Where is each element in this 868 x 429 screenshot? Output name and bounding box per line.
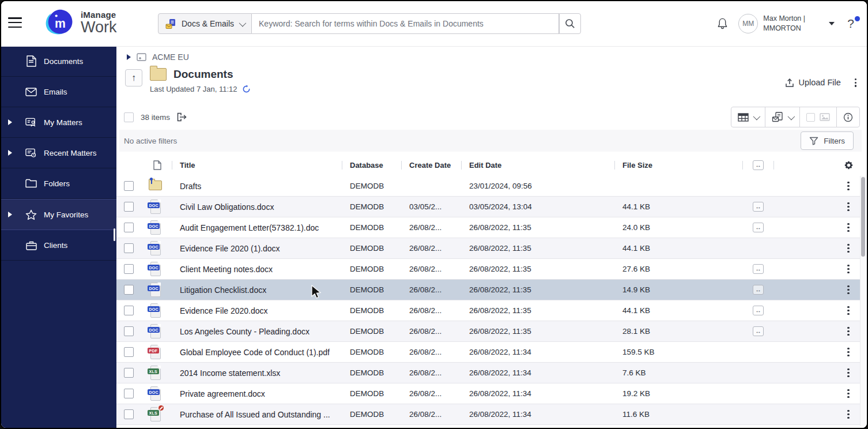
table-row[interactable]: DOCLitigation Checklist.docxDEMODB26/08/… — [116, 280, 861, 300]
table-row[interactable]: XLSPurchase of All Issued and Outstandin… — [116, 404, 861, 425]
row-checkbox[interactable] — [124, 264, 134, 274]
imanage-logo-icon: m — [44, 9, 75, 36]
help-button[interactable]: ? — [847, 17, 859, 31]
page-more-actions-button[interactable] — [854, 77, 858, 88]
sidebar-item-emails[interactable]: Emails — [1, 77, 116, 107]
view-tools-group — [731, 107, 860, 127]
document-edit-date: 26/08/2022, 11:35 — [461, 223, 614, 232]
row-more-actions-button[interactable] — [846, 388, 850, 399]
sidebar-item-documents[interactable]: Documents — [1, 46, 116, 77]
table-row[interactable]: XLS2014 Income statement.xlsxDEMODB26/08… — [116, 363, 861, 383]
column-settings-button[interactable] — [836, 155, 861, 176]
user-avatar[interactable]: MM — [738, 14, 758, 33]
notifications-bell-icon[interactable] — [716, 17, 729, 31]
row-checkbox[interactable] — [124, 285, 134, 295]
breadcrumb[interactable]: ACME EU — [127, 52, 189, 62]
row-checkbox[interactable] — [124, 181, 134, 191]
document-title[interactable]: Drafts — [172, 182, 342, 191]
table-row[interactable]: DOCEvidence File 2020.docxDEMODB26/08/2.… — [116, 300, 861, 321]
upload-file-button[interactable]: Upload File — [785, 78, 840, 88]
document-title[interactable]: Los Angeles County - Pleading.docx — [172, 327, 342, 336]
refresh-icon[interactable] — [242, 85, 251, 93]
table-row[interactable]: DOCPrivate agreement.docxDEMODB26/08/2..… — [116, 383, 861, 404]
column-header-checked-out[interactable]: ↔ — [742, 155, 774, 176]
gear-icon — [844, 160, 854, 170]
row-more-actions-button[interactable] — [846, 347, 850, 358]
row-more-actions-button[interactable] — [846, 409, 850, 420]
expand-arrow-icon[interactable] — [8, 150, 12, 156]
row-more-actions-button[interactable] — [846, 201, 850, 212]
search-input[interactable] — [252, 13, 559, 34]
expand-arrow-icon[interactable] — [8, 119, 12, 125]
breadcrumb-expand-icon[interactable] — [127, 54, 131, 60]
search-scope-dropdown[interactable]: Docs & Emails — [158, 13, 252, 34]
document-edit-date: 23/01/2024, 09:56 — [461, 182, 614, 190]
row-checkbox[interactable] — [124, 347, 134, 357]
document-title[interactable]: Purchase of All Issued and Outstanding .… — [172, 410, 342, 419]
document-title[interactable]: Client Meeting notes.docx — [172, 265, 342, 274]
sidebar-item-my-favorites[interactable]: My Favorites — [1, 199, 116, 230]
hamburger-menu-icon[interactable] — [8, 17, 22, 29]
table-row[interactable]: DraftsDEMODB23/01/2024, 09:56 — [116, 176, 861, 197]
column-header-database[interactable]: Database — [342, 155, 401, 176]
file-email-view-selector[interactable] — [765, 107, 800, 127]
filters-button[interactable]: Filters — [801, 131, 854, 150]
search-button[interactable] — [559, 13, 581, 34]
sidebar-item-clients[interactable]: Clients — [1, 230, 116, 261]
row-more-actions-button[interactable] — [846, 180, 850, 191]
table-row[interactable]: DOCCivil Law Obligations.docxDEMODB03/05… — [116, 197, 861, 217]
column-header-title[interactable]: Title — [172, 155, 342, 176]
select-all-checkbox[interactable] — [124, 112, 134, 122]
table-row[interactable]: DOCLos Angeles County - Pleading.docxDEM… — [116, 321, 861, 342]
column-header-file-size[interactable]: File Size — [614, 155, 742, 176]
column-header-create-date[interactable]: Create Date — [401, 155, 461, 176]
table-row[interactable]: DOCAudit Engagement Letter(57382.1).docD… — [116, 217, 861, 238]
sidebar-item-my-matters[interactable]: My Matters — [1, 107, 116, 138]
user-name[interactable]: Max Morton | MMORTON — [763, 14, 814, 33]
expand-arrow-icon[interactable] — [8, 212, 12, 217]
info-panel-button[interactable] — [837, 107, 859, 127]
column-header-edit-date[interactable]: Edit Date — [461, 155, 614, 176]
row-checkbox[interactable] — [124, 326, 134, 336]
row-more-actions-button[interactable] — [846, 264, 850, 274]
row-more-actions-button[interactable] — [846, 284, 850, 295]
row-checkbox[interactable] — [124, 202, 134, 212]
document-title[interactable]: Private agreement.docx — [172, 389, 342, 398]
table-view-selector[interactable] — [731, 107, 765, 127]
row-checkbox[interactable] — [124, 389, 134, 398]
table-row[interactable]: PDFGlobal Employee Code of Conduct (1).p… — [116, 342, 861, 363]
file-type-column-icon[interactable] — [143, 155, 172, 176]
row-more-actions-button[interactable] — [846, 305, 850, 316]
table-row[interactable]: DOCEvidence File 2020 (1).docxDEMODB26/0… — [116, 238, 861, 259]
row-checkbox[interactable] — [124, 306, 134, 315]
document-title[interactable]: Global Employee Code of Conduct (1).pdf — [172, 348, 342, 357]
document-title[interactable]: Evidence File 2020.docx — [172, 306, 342, 315]
export-list-icon[interactable] — [177, 112, 187, 122]
table-row[interactable]: DOCClient Meeting notes.docxDEMODB26/08/… — [116, 259, 861, 280]
document-title[interactable]: Civil Law Obligations.docx — [172, 202, 342, 212]
document-database: DEMODB — [342, 285, 401, 294]
row-more-actions-button[interactable] — [846, 243, 850, 254]
sidebar-item-folders[interactable]: Folders — [1, 168, 116, 199]
sidebar-item-recent-matters[interactable]: Recent Matters — [1, 138, 116, 168]
checked-out-icon: ↔ — [753, 326, 764, 336]
chevron-down-icon — [239, 19, 247, 27]
sidebar-scroll-indicator[interactable] — [114, 228, 115, 241]
user-menu-caret-icon[interactable] — [829, 22, 835, 25]
document-title[interactable]: Evidence File 2020 (1).docx — [172, 244, 342, 253]
vertical-scrollbar[interactable] — [860, 176, 866, 426]
row-checkbox[interactable] — [124, 243, 134, 253]
document-edit-date: 26/08/2022, 11:34 — [461, 410, 614, 419]
row-more-actions-button[interactable] — [846, 222, 850, 233]
row-more-actions-button[interactable] — [846, 367, 850, 378]
scrollbar-thumb[interactable] — [861, 177, 865, 257]
document-title[interactable]: Audit Engagement Letter(57382.1).doc — [172, 223, 342, 232]
row-checkbox[interactable] — [124, 223, 134, 232]
document-title[interactable]: 2014 Income statement.xlsx — [172, 368, 342, 378]
document-create-date: 26/08/2... — [401, 244, 461, 253]
navigate-up-button[interactable]: ↑ — [125, 69, 142, 86]
row-checkbox[interactable] — [124, 368, 134, 378]
row-checkbox[interactable] — [124, 409, 134, 419]
document-title[interactable]: Litigation Checklist.docx — [172, 285, 342, 295]
row-more-actions-button[interactable] — [846, 326, 850, 337]
